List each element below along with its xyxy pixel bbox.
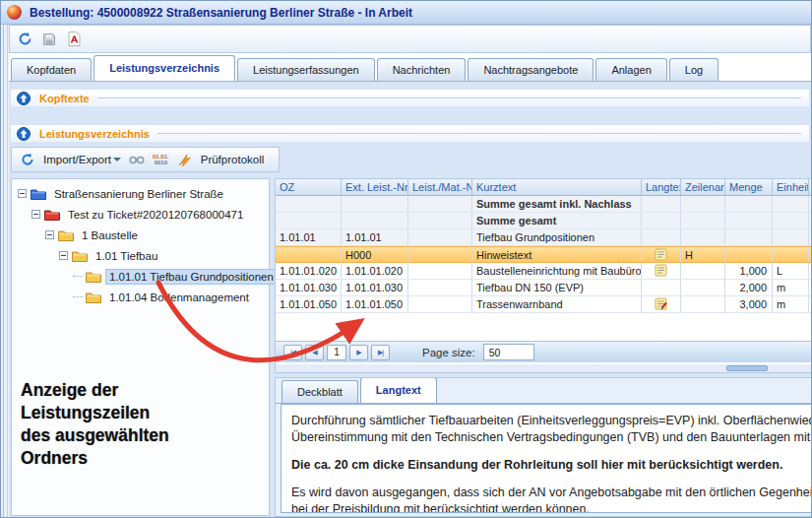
- window-left-frame: [1, 25, 9, 517]
- binoculars-icon[interactable]: [129, 152, 145, 167]
- tree-expander-icon[interactable]: [18, 189, 27, 198]
- table-cell: [408, 196, 472, 212]
- prev-page-button[interactable]: ◀: [305, 345, 324, 360]
- tab-nachtragsangebote[interactable]: Nachtragsangebote: [468, 58, 593, 81]
- table-cell: [408, 263, 472, 279]
- tree-item-label: 1.01.01 Tiefbau Grundpositionen: [106, 270, 277, 284]
- app-logo-icon: [7, 5, 22, 20]
- table-cell: Baustelleneinrichtung mit Baubüro: [472, 263, 642, 279]
- tree-item-label: Test zu Ticket#2020120768000471: [65, 208, 246, 222]
- table-cell: [681, 213, 725, 228]
- tree-expander-icon[interactable]: [59, 251, 68, 260]
- section-kopftexte: Kopftexte: [11, 90, 809, 106]
- table-row[interactable]: H000Hinweistext H: [276, 246, 812, 263]
- scrollbar-thumb[interactable]: [726, 365, 768, 371]
- tab-nachrichten[interactable]: Nachrichten: [377, 58, 467, 81]
- horizontal-scrollbar[interactable]: [276, 364, 812, 372]
- save-icon[interactable]: [41, 32, 57, 47]
- table-row[interactable]: 1.01.01.0201.01.01.020Baustelleneinricht…: [276, 263, 812, 280]
- section-rule: [97, 97, 801, 98]
- table-cell: m: [773, 296, 809, 312]
- table-cell: Trassenwarnband: [472, 296, 642, 312]
- note-icon: [655, 264, 667, 277]
- tab-log[interactable]: Log: [669, 58, 718, 81]
- collapse-up-icon[interactable]: [17, 127, 31, 141]
- folder-icon: [31, 188, 46, 200]
- folder-icon: [44, 209, 60, 221]
- first-page-button[interactable]: |◀: [283, 345, 302, 360]
- table-cell: 1.01.01.050: [276, 296, 342, 312]
- table-cell: [642, 296, 681, 312]
- tree-expander-icon[interactable]: [45, 230, 54, 239]
- table-cell: Hinweistext: [472, 247, 642, 262]
- table-cell: [642, 247, 681, 262]
- column-header-oz[interactable]: OZ: [276, 179, 342, 195]
- langtext-textbox[interactable]: Durchführung sämtlicher Tiefbauarbeiten …: [281, 404, 812, 513]
- window-title: Bestellung: 4500008922 Straßensanierung …: [30, 6, 412, 20]
- table-row[interactable]: Summe gesamt: [276, 213, 812, 229]
- page-size-input[interactable]: 50: [483, 344, 534, 360]
- table-row[interactable]: 1.01.011.01.01Tiefbau Grundpositionen: [276, 229, 812, 246]
- langtext-line: Die ca. 20 cm dicke Einsandung der Rohrl…: [291, 457, 812, 474]
- table-row[interactable]: 1.01.01.0301.01.01.030Tiefbau DN 150 (EV…: [276, 280, 812, 296]
- tree-item-test-zu-ticket-2020120768000471[interactable]: Test zu Ticket#2020120768000471: [12, 204, 269, 225]
- column-header-ext-leist-nr[interactable]: Ext. Leist.-Nr.: [342, 179, 408, 195]
- main-toolbar: [9, 25, 811, 53]
- column-header-zeilenart[interactable]: Zeilenart: [681, 179, 725, 195]
- section-rule: [157, 133, 801, 134]
- table-cell: [725, 196, 773, 212]
- pdf-export-icon[interactable]: [66, 32, 82, 47]
- table-row[interactable]: 1.01.01.0501.01.01.050Trassenwarnband 3,…: [276, 296, 812, 313]
- tab-kopfdaten[interactable]: Kopfdaten: [11, 58, 92, 81]
- last-page-button[interactable]: ▶|: [371, 345, 390, 360]
- tab-leistungserfassungen[interactable]: Leistungserfassungen: [237, 58, 375, 81]
- section-kopftexte-label[interactable]: Kopftexte: [39, 93, 90, 104]
- check-flash-icon[interactable]: [177, 152, 193, 167]
- tab-langtext[interactable]: Langtext: [360, 377, 437, 403]
- table-cell: [642, 213, 681, 228]
- refresh-icon[interactable]: [17, 32, 32, 47]
- column-header-kurztext[interactable]: Kurztext: [472, 179, 642, 195]
- column-header-menge[interactable]: Menge: [725, 179, 773, 195]
- refresh-icon[interactable]: [20, 152, 35, 167]
- langtext-line: Es wird davon ausgegangen, dass sich der…: [291, 485, 812, 501]
- section-leistungsverzeichnis-label[interactable]: Leistungsverzeichnis: [39, 128, 150, 140]
- renumber-oz-icon[interactable]: 01.01. 0010: [153, 154, 169, 165]
- page-number-input[interactable]: 1: [327, 345, 346, 360]
- table-cell: [725, 213, 773, 228]
- table-cell: [773, 247, 809, 262]
- langtext-paragraph: Es wird davon ausgegangen, dass sich der…: [291, 485, 812, 513]
- column-header-langtext[interactable]: Langtext: [642, 179, 681, 195]
- import-export-button[interactable]: Import/Export: [43, 154, 121, 165]
- tab-leistungsverzeichnis[interactable]: Leistungsverzeichnis: [94, 55, 235, 81]
- tree-item-stra-ensanierung-berliner-stra-e[interactable]: Straßensanierung Berliner Straße: [12, 183, 269, 204]
- pruefprotokoll-button[interactable]: Prüfprotokoll: [201, 154, 265, 165]
- column-header-einheit[interactable]: Einheit: [773, 179, 809, 195]
- table-cell: [681, 196, 725, 212]
- tree-item-1-01-tiefbau[interactable]: 1.01 Tiefbau: [12, 245, 269, 266]
- lv-toolbar: Import/Export 01.01. 0010 Prüfprotokoll: [11, 147, 280, 172]
- tree-item-1-baustelle[interactable]: 1 Baustelle: [12, 225, 269, 245]
- section-leistungsverzeichnis: Leistungsverzeichnis: [11, 125, 809, 142]
- table-cell: [408, 213, 472, 228]
- tab-deckblatt[interactable]: Deckblatt: [281, 380, 358, 403]
- table-cell: [276, 196, 342, 212]
- tree-item-1-01-04-bodenmanagement[interactable]: 1.01.04 Bodenmanagement: [12, 287, 269, 307]
- annotation-text: Anzeige der Leistungszeilen des ausgewäh…: [21, 379, 169, 470]
- table-cell: H000: [342, 247, 408, 262]
- next-page-button[interactable]: ▶: [349, 345, 368, 360]
- column-header-leist-mat-nr[interactable]: Leist./Mat.-Nr.: [408, 179, 472, 195]
- tree-expander-icon[interactable]: [31, 210, 40, 219]
- table-cell: [642, 196, 681, 212]
- table-row[interactable]: Summe gesamt inkl. Nachlass: [276, 196, 812, 213]
- tab-anlagen[interactable]: Anlagen: [595, 58, 666, 81]
- table-cell: m: [773, 280, 809, 295]
- table-cell: 1.01.01.030: [276, 280, 342, 295]
- page-size-label: Page size:: [422, 347, 475, 358]
- tree-item-1-01-01-tiefbau-grundpositionen[interactable]: 1.01.01 Tiefbau Grundpositionen: [12, 266, 269, 287]
- detail-panel: Deckblatt Langtext Durchführung sämtlich…: [275, 377, 812, 517]
- table-cell: Tiefbau Grundpositionen: [472, 229, 642, 245]
- content-area: Kopftexte Leistungsverzeichnis Import/Ex…: [9, 82, 811, 517]
- table-cell: [642, 280, 681, 295]
- collapse-up-icon[interactable]: [17, 92, 31, 105]
